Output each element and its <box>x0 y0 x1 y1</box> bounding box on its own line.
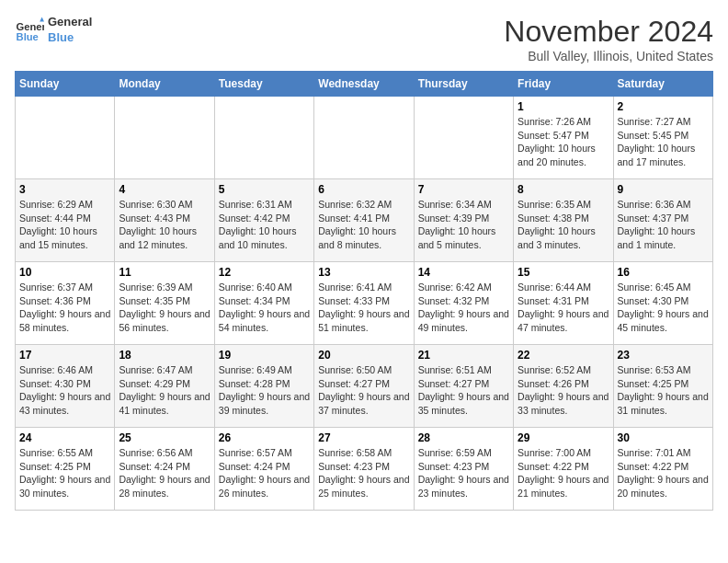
calendar-table: SundayMondayTuesdayWednesdayThursdayFrid… <box>15 71 713 511</box>
day-number: 26 <box>219 431 310 444</box>
day-number: 10 <box>19 266 110 279</box>
day-cell: 21Sunrise: 6:51 AM Sunset: 4:27 PM Dayli… <box>414 345 513 428</box>
day-number: 22 <box>518 349 609 362</box>
day-number: 19 <box>219 349 310 362</box>
day-cell: 11Sunrise: 6:39 AM Sunset: 4:35 PM Dayli… <box>115 262 214 345</box>
day-cell: 20Sunrise: 6:50 AM Sunset: 4:27 PM Dayli… <box>314 345 414 428</box>
header: General Blue General Blue November 2024 … <box>15 15 713 63</box>
day-info: Sunrise: 6:45 AM Sunset: 4:30 PM Dayligh… <box>618 281 709 335</box>
day-cell: 7Sunrise: 6:34 AM Sunset: 4:39 PM Daylig… <box>414 179 513 262</box>
day-cell: 14Sunrise: 6:42 AM Sunset: 4:32 PM Dayli… <box>414 262 513 345</box>
day-number: 12 <box>219 266 310 279</box>
day-number: 5 <box>219 183 310 196</box>
day-info: Sunrise: 6:57 AM Sunset: 4:24 PM Dayligh… <box>219 446 310 500</box>
day-number: 24 <box>19 431 110 444</box>
day-cell: 2Sunrise: 7:27 AM Sunset: 5:45 PM Daylig… <box>613 97 712 179</box>
day-cell: 8Sunrise: 6:35 AM Sunset: 4:38 PM Daylig… <box>514 179 613 262</box>
day-info: Sunrise: 6:40 AM Sunset: 4:34 PM Dayligh… <box>219 281 310 335</box>
day-number: 13 <box>318 266 409 279</box>
day-cell: 23Sunrise: 6:53 AM Sunset: 4:25 PM Dayli… <box>613 345 712 428</box>
day-cell: 26Sunrise: 6:57 AM Sunset: 4:24 PM Dayli… <box>214 428 313 511</box>
day-number: 4 <box>119 183 210 196</box>
weekday-header-row: SundayMondayTuesdayWednesdayThursdayFrid… <box>16 72 713 97</box>
day-cell: 25Sunrise: 6:56 AM Sunset: 4:24 PM Dayli… <box>115 428 214 511</box>
day-number: 8 <box>518 183 609 196</box>
day-number: 17 <box>19 349 110 362</box>
day-info: Sunrise: 6:36 AM Sunset: 4:37 PM Dayligh… <box>618 198 709 252</box>
day-number: 15 <box>518 266 609 279</box>
day-cell: 22Sunrise: 6:52 AM Sunset: 4:26 PM Dayli… <box>514 345 613 428</box>
day-number: 11 <box>119 266 210 279</box>
day-number: 2 <box>618 100 709 113</box>
weekday-header-tuesday: Tuesday <box>214 72 313 97</box>
title-area: November 2024 Bull Valley, Illinois, Uni… <box>504 15 713 63</box>
logo-line2: Blue <box>48 30 92 46</box>
day-cell: 16Sunrise: 6:45 AM Sunset: 4:30 PM Dayli… <box>613 262 712 345</box>
day-info: Sunrise: 6:46 AM Sunset: 4:30 PM Dayligh… <box>19 363 110 418</box>
day-cell: 6Sunrise: 6:32 AM Sunset: 4:41 PM Daylig… <box>314 179 414 262</box>
day-info: Sunrise: 6:55 AM Sunset: 4:25 PM Dayligh… <box>19 446 110 500</box>
day-cell: 12Sunrise: 6:40 AM Sunset: 4:34 PM Dayli… <box>214 262 313 345</box>
day-info: Sunrise: 6:31 AM Sunset: 4:42 PM Dayligh… <box>219 198 310 252</box>
day-cell <box>314 97 414 179</box>
logo-text: General Blue <box>48 15 92 46</box>
day-cell: 1Sunrise: 7:26 AM Sunset: 5:47 PM Daylig… <box>514 97 613 179</box>
logo-icon: General Blue <box>15 16 44 45</box>
day-cell: 29Sunrise: 7:00 AM Sunset: 4:22 PM Dayli… <box>514 428 613 511</box>
day-cell: 28Sunrise: 6:59 AM Sunset: 4:23 PM Dayli… <box>414 428 513 511</box>
day-cell <box>16 97 115 179</box>
svg-text:General: General <box>17 21 44 32</box>
day-cell <box>115 97 214 179</box>
weekday-header-thursday: Thursday <box>414 72 513 97</box>
day-cell: 17Sunrise: 6:46 AM Sunset: 4:30 PM Dayli… <box>16 345 115 428</box>
day-cell: 18Sunrise: 6:47 AM Sunset: 4:29 PM Dayli… <box>115 345 214 428</box>
day-info: Sunrise: 6:53 AM Sunset: 4:25 PM Dayligh… <box>618 363 709 418</box>
svg-marker-2 <box>40 17 44 21</box>
day-cell: 27Sunrise: 6:58 AM Sunset: 4:23 PM Dayli… <box>314 428 414 511</box>
day-number: 29 <box>518 431 609 444</box>
day-cell: 4Sunrise: 6:30 AM Sunset: 4:43 PM Daylig… <box>115 179 214 262</box>
day-info: Sunrise: 6:34 AM Sunset: 4:39 PM Dayligh… <box>418 198 509 252</box>
location-subtitle: Bull Valley, Illinois, United States <box>504 49 713 63</box>
day-info: Sunrise: 6:35 AM Sunset: 4:38 PM Dayligh… <box>518 198 609 252</box>
day-number: 20 <box>318 349 409 362</box>
day-number: 23 <box>618 349 709 362</box>
day-info: Sunrise: 6:50 AM Sunset: 4:27 PM Dayligh… <box>318 363 409 418</box>
day-number: 7 <box>418 183 509 196</box>
week-row-4: 24Sunrise: 6:55 AM Sunset: 4:25 PM Dayli… <box>16 428 713 511</box>
day-info: Sunrise: 6:29 AM Sunset: 4:44 PM Dayligh… <box>19 198 110 252</box>
month-title: November 2024 <box>504 15 713 49</box>
day-number: 27 <box>318 431 409 444</box>
logo: General Blue General Blue <box>15 15 92 46</box>
day-cell <box>214 97 313 179</box>
day-number: 14 <box>418 266 509 279</box>
day-info: Sunrise: 6:44 AM Sunset: 4:31 PM Dayligh… <box>518 281 609 335</box>
day-number: 1 <box>518 100 609 113</box>
week-row-2: 10Sunrise: 6:37 AM Sunset: 4:36 PM Dayli… <box>16 262 713 345</box>
day-cell: 13Sunrise: 6:41 AM Sunset: 4:33 PM Dayli… <box>314 262 414 345</box>
day-info: Sunrise: 7:27 AM Sunset: 5:45 PM Dayligh… <box>618 115 709 169</box>
day-cell <box>414 97 513 179</box>
weekday-header-monday: Monday <box>115 72 214 97</box>
logo-line1: General <box>48 15 92 30</box>
day-number: 25 <box>119 431 210 444</box>
day-info: Sunrise: 7:26 AM Sunset: 5:47 PM Dayligh… <box>518 115 609 169</box>
day-info: Sunrise: 6:42 AM Sunset: 4:32 PM Dayligh… <box>418 281 509 335</box>
day-info: Sunrise: 6:39 AM Sunset: 4:35 PM Dayligh… <box>119 281 210 335</box>
day-cell: 15Sunrise: 6:44 AM Sunset: 4:31 PM Dayli… <box>514 262 613 345</box>
day-cell: 10Sunrise: 6:37 AM Sunset: 4:36 PM Dayli… <box>16 262 115 345</box>
day-number: 16 <box>618 266 709 279</box>
day-number: 18 <box>119 349 210 362</box>
weekday-header-friday: Friday <box>514 72 613 97</box>
day-number: 9 <box>618 183 709 196</box>
day-info: Sunrise: 6:52 AM Sunset: 4:26 PM Dayligh… <box>518 363 609 418</box>
week-row-1: 3Sunrise: 6:29 AM Sunset: 4:44 PM Daylig… <box>16 179 713 262</box>
day-info: Sunrise: 6:37 AM Sunset: 4:36 PM Dayligh… <box>19 281 110 335</box>
svg-text:Blue: Blue <box>17 31 39 42</box>
day-cell: 19Sunrise: 6:49 AM Sunset: 4:28 PM Dayli… <box>214 345 313 428</box>
day-number: 28 <box>418 431 509 444</box>
day-info: Sunrise: 6:58 AM Sunset: 4:23 PM Dayligh… <box>318 446 409 500</box>
day-cell: 9Sunrise: 6:36 AM Sunset: 4:37 PM Daylig… <box>613 179 712 262</box>
day-info: Sunrise: 7:01 AM Sunset: 4:22 PM Dayligh… <box>618 446 709 500</box>
day-info: Sunrise: 6:41 AM Sunset: 4:33 PM Dayligh… <box>318 281 409 335</box>
